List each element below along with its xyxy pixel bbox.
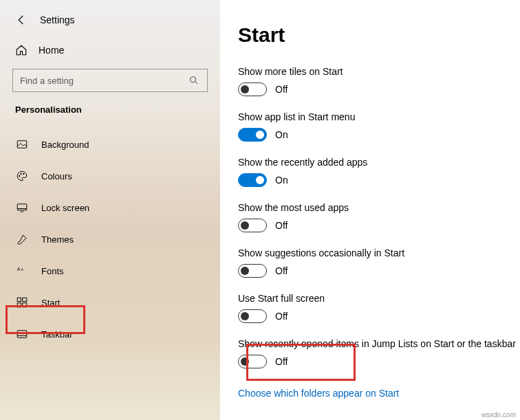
- toggle-jump-lists[interactable]: [238, 355, 267, 368]
- sidebar: Settings Home Personalisation Background: [0, 0, 220, 420]
- option-label: Show recently opened items in Jump Lists…: [238, 338, 520, 349]
- toggle-state-label: Off: [275, 356, 288, 367]
- toggle-more-tiles[interactable]: [238, 82, 267, 96]
- sidebar-item-colours[interactable]: Colours: [0, 160, 220, 192]
- option-label: Show app list in Start menu: [238, 111, 520, 122]
- toggle-state-label: Off: [275, 265, 288, 276]
- sidebar-item-lockscreen[interactable]: Lock screen: [0, 192, 220, 223]
- fonts-icon: AA: [15, 265, 29, 277]
- svg-rect-15: [17, 331, 27, 338]
- svg-rect-12: [23, 298, 27, 301]
- watermark: wsxdn.com: [481, 411, 516, 419]
- option-label: Show suggestions occasionally in Start: [238, 247, 520, 258]
- settings-app: Settings Home Personalisation Background: [0, 0, 520, 420]
- sidebar-item-themes[interactable]: Themes: [0, 223, 220, 255]
- toggle-app-list[interactable]: [238, 128, 267, 142]
- option-label: Show the most used apps: [238, 202, 520, 213]
- main-content: Start Show more tiles on Start Off Show …: [220, 0, 520, 420]
- category-title: Personalisation: [15, 104, 220, 115]
- option-label: Show more tiles on Start: [238, 66, 520, 77]
- page-title: Start: [238, 23, 520, 47]
- sidebar-item-background[interactable]: Background: [0, 129, 220, 160]
- start-grid-icon: [15, 296, 29, 309]
- svg-point-5: [23, 173, 25, 175]
- svg-rect-2: [17, 141, 27, 148]
- svg-point-3: [19, 175, 21, 177]
- sidebar-item-start[interactable]: Start: [0, 287, 220, 318]
- search-input[interactable]: [20, 76, 188, 86]
- option-fullscreen: Use Start full screen Off: [238, 293, 520, 323]
- toggle-state-label: Off: [275, 220, 288, 231]
- option-jump-lists: Show recently opened items in Jump Lists…: [238, 338, 520, 368]
- search-box[interactable]: [12, 69, 208, 92]
- option-more-tiles: Show more tiles on Start Off: [238, 66, 520, 96]
- sidebar-item-label: Lock screen: [41, 203, 89, 213]
- choose-folders-link[interactable]: Choose which folders appear on Start: [238, 388, 399, 399]
- sidebar-item-label: Start: [41, 298, 60, 308]
- svg-point-0: [191, 77, 196, 82]
- home-icon: [15, 44, 28, 56]
- search-icon: [188, 74, 200, 87]
- picture-icon: [15, 138, 29, 151]
- option-app-list: Show app list in Start menu On: [238, 111, 520, 142]
- sidebar-item-taskbar[interactable]: Taskbar: [0, 318, 220, 350]
- toggle-state-label: Off: [275, 84, 288, 95]
- svg-rect-14: [23, 303, 27, 307]
- sidebar-item-fonts[interactable]: AA Fonts: [0, 255, 220, 287]
- svg-rect-6: [17, 204, 27, 210]
- toggle-suggestions[interactable]: [238, 264, 267, 278]
- sidebar-item-label: Taskbar: [41, 329, 73, 340]
- option-recently-added: Show the recently added apps On: [238, 157, 520, 187]
- svg-rect-11: [17, 298, 21, 301]
- toggle-state-label: On: [275, 129, 288, 140]
- option-suggestions: Show suggestions occasionally in Start O…: [238, 247, 520, 278]
- home-nav[interactable]: Home: [15, 44, 220, 56]
- option-label: Use Start full screen: [238, 293, 520, 304]
- app-title: Settings: [40, 14, 75, 25]
- toggle-state-label: On: [275, 175, 288, 186]
- sidebar-item-label: Themes: [41, 234, 74, 245]
- svg-rect-13: [17, 303, 21, 307]
- taskbar-icon: [15, 328, 29, 340]
- toggle-fullscreen[interactable]: [238, 309, 267, 323]
- option-label: Show the recently added apps: [238, 157, 520, 168]
- back-icon[interactable]: [15, 14, 28, 26]
- svg-line-1: [195, 82, 197, 84]
- sidebar-item-label: Fonts: [41, 266, 64, 276]
- toggle-state-label: Off: [275, 311, 288, 322]
- toggle-most-used[interactable]: [238, 219, 267, 232]
- svg-text:A: A: [21, 268, 24, 272]
- svg-point-4: [21, 173, 22, 175]
- svg-text:A: A: [17, 267, 21, 272]
- toggle-recently-added[interactable]: [238, 173, 267, 187]
- sidebar-item-label: Background: [41, 140, 89, 150]
- palette-icon: [15, 170, 29, 182]
- sidebar-item-label: Colours: [41, 171, 72, 181]
- title-bar: Settings: [15, 14, 220, 26]
- monitor-icon: [15, 201, 29, 214]
- brush-icon: [15, 233, 29, 245]
- sidebar-nav: Background Colours Lock screen Themes: [0, 129, 220, 350]
- option-most-used: Show the most used apps Off: [238, 202, 520, 232]
- home-label: Home: [39, 45, 64, 56]
